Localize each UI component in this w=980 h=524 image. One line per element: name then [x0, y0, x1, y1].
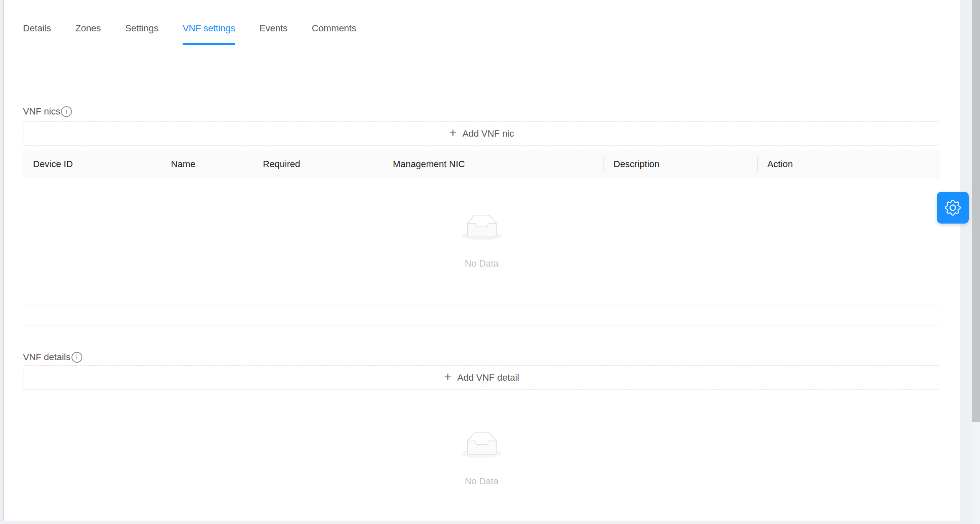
tab-details[interactable]: Details [23, 23, 51, 45]
vnf-nics-title: VNF nicsi [23, 105, 940, 118]
tab-settings[interactable]: Settings [125, 23, 158, 45]
vnf-details-section: VNF detailsi + Add VNF detail No Data [23, 351, 940, 488]
tab-vnf-settings[interactable]: VNF settings [183, 23, 235, 45]
plus-icon: + [449, 127, 457, 139]
plus-icon: + [444, 371, 452, 383]
vnf-nics-title-label: VNF nics [23, 105, 60, 118]
column-header-description: Description [603, 150, 757, 178]
no-data-label: No Data [465, 475, 499, 488]
tab-comments[interactable]: Comments [312, 23, 356, 45]
vertical-scrollbar-thumb[interactable] [972, 0, 980, 422]
vnf-nics-table-header: Device ID Name Required Management NIC D… [23, 150, 940, 178]
vertical-scrollbar-track[interactable] [972, 0, 980, 524]
empty-box-icon [462, 432, 502, 458]
info-circle-icon[interactable]: i [61, 106, 72, 117]
column-header-management-nic: Management NIC [383, 150, 603, 178]
section-divider [23, 80, 940, 80]
section-divider [23, 326, 940, 326]
column-header-name: Name [161, 150, 253, 178]
vnf-nics-section: VNF nicsi + Add VNF nic Device ID Name R… [23, 105, 940, 305]
tab-zones[interactable]: Zones [75, 23, 101, 45]
vnf-details-title-label: VNF details [23, 351, 71, 364]
info-circle-icon[interactable]: i [71, 352, 82, 363]
vnf-nics-empty-state: No Data [23, 178, 940, 270]
add-vnf-nic-button[interactable]: + Add VNF nic [23, 121, 940, 146]
add-vnf-detail-button[interactable]: + Add VNF detail [23, 365, 940, 390]
gear-icon [945, 200, 961, 216]
tab-bar: Details Zones Settings VNF settings Even… [23, 0, 940, 45]
vnf-settings-content: Details Zones Settings VNF settings Even… [23, 0, 940, 488]
vnf-details-empty-state: No Data [23, 390, 940, 488]
vnf-details-title: VNF detailsi [23, 351, 940, 364]
add-vnf-nic-button-label: Add VNF nic [463, 128, 514, 139]
empty-box-icon [462, 214, 502, 240]
tab-events[interactable]: Events [260, 23, 288, 45]
column-header-action: Action [757, 150, 857, 178]
settings-drawer-button[interactable] [937, 192, 969, 224]
main-panel: Details Zones Settings VNF settings Even… [3, 0, 960, 521]
column-header-device-id: Device ID [23, 150, 161, 178]
column-header-spacer [857, 150, 940, 178]
no-data-label: No Data [465, 257, 499, 270]
column-header-required: Required [253, 150, 383, 178]
add-vnf-detail-button-label: Add VNF detail [457, 372, 519, 383]
